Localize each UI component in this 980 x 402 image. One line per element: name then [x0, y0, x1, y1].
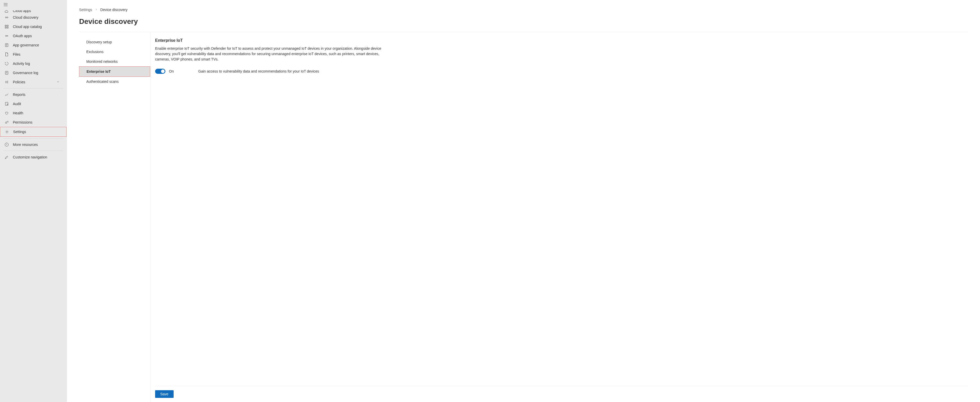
breadcrumb-current: Device discovery: [100, 8, 128, 12]
sidebar-item-label: Cloud app catalog: [13, 25, 42, 29]
sidebar-item-more-resources[interactable]: More resources: [0, 140, 67, 149]
sidebar-item-settings[interactable]: Settings: [0, 127, 66, 136]
svg-point-6: [6, 35, 7, 36]
cloud-discovery-icon: [4, 15, 9, 20]
subnav-item-enterprise-iot[interactable]: Enterprise IoT: [80, 66, 150, 76]
pane-description: Enable enterprise IoT security with Defe…: [155, 46, 394, 62]
pane-heading: Enterprise IoT: [155, 38, 968, 43]
more-resources-icon: [4, 142, 9, 147]
nav-divider: [3, 88, 63, 89]
subnav-item-discovery-setup[interactable]: Discovery setup: [79, 37, 150, 47]
sidebar: Cloud appsCloud discoveryCloud app catal…: [0, 0, 67, 402]
sidebar-item-label: Customize navigation: [13, 155, 47, 159]
oauth-apps-icon: [4, 33, 9, 38]
sidebar-item-cloud-discovery[interactable]: Cloud discovery: [0, 13, 67, 22]
svg-point-0: [5, 17, 7, 18]
cloud-app-catalog-icon: [4, 24, 9, 29]
hamburger-icon: [3, 2, 8, 7]
sidebar-item-cloud-apps[interactable]: Cloud apps: [0, 10, 67, 13]
permissions-icon: [4, 120, 9, 125]
subnav-item-authenticated-scans[interactable]: Authenticated scans: [79, 77, 150, 86]
sidebar-item-label: Cloud apps: [13, 10, 31, 13]
sidebar-item-label: Policies: [13, 80, 25, 84]
svg-rect-8: [5, 71, 8, 74]
svg-rect-2: [5, 25, 6, 26]
sidebar-item-files[interactable]: Files: [0, 50, 67, 59]
subnav-item-exclusions[interactable]: Exclusions: [79, 47, 150, 57]
highlight-settings: Settings: [0, 127, 67, 137]
governance-log-icon: [4, 70, 9, 75]
svg-rect-3: [7, 25, 8, 26]
sidebar-item-customize-navigation[interactable]: Customize navigation: [0, 152, 67, 162]
chevron-right-icon: [95, 8, 98, 12]
settings-subnav: Discovery setupExclusionsMonitored netwo…: [79, 32, 151, 402]
svg-point-9: [8, 81, 8, 82]
sidebar-item-policies[interactable]: Policies: [0, 78, 67, 87]
svg-point-12: [7, 104, 8, 104]
svg-point-1: [7, 17, 8, 18]
pane-footer: Save: [155, 386, 968, 402]
sidebar-item-governance-log[interactable]: Governance log: [0, 68, 67, 78]
audit-icon: [4, 101, 9, 106]
app-governance-icon: [4, 43, 9, 48]
enterprise-iot-toggle[interactable]: [155, 69, 165, 74]
svg-point-13: [5, 122, 7, 123]
breadcrumb-settings[interactable]: Settings: [79, 8, 92, 12]
svg-rect-11: [5, 102, 8, 105]
highlight-enterprise-iot: Enterprise IoT: [79, 66, 150, 77]
sidebar-item-label: Health: [13, 111, 23, 115]
reports-icon: [4, 92, 9, 97]
enterprise-iot-pane: Enterprise IoT Enable enterprise IoT sec…: [151, 32, 968, 402]
sidebar-item-label: More resources: [13, 142, 38, 147]
svg-point-14: [6, 131, 8, 133]
sidebar-item-app-governance[interactable]: App governance: [0, 41, 67, 50]
sidebar-item-label: Governance log: [13, 71, 38, 75]
svg-rect-4: [5, 27, 6, 28]
policies-icon: [4, 79, 9, 85]
sidebar-item-label: App governance: [13, 43, 39, 47]
toggle-help-text: Gain access to vulnerability data and re…: [198, 69, 319, 73]
sidebar-item-label: Activity log: [13, 62, 30, 66]
activity-log-icon: [4, 61, 9, 66]
breadcrumb: Settings Device discovery: [67, 0, 980, 15]
health-icon: [4, 111, 9, 116]
chevron-down-icon: [56, 80, 60, 84]
sidebar-item-label: Settings: [13, 130, 26, 134]
page-title: Device discovery: [67, 15, 980, 32]
sidebar-item-permissions[interactable]: Permissions: [0, 118, 67, 127]
sidebar-item-cloud-app-catalog[interactable]: Cloud app catalog: [0, 22, 67, 31]
save-button[interactable]: Save: [155, 390, 173, 398]
settings-icon: [4, 129, 10, 135]
sidebar-item-label: OAuth apps: [13, 34, 32, 38]
sidebar-item-health[interactable]: Health: [0, 108, 67, 118]
svg-point-10: [8, 82, 8, 83]
hamburger-menu[interactable]: [0, 0, 67, 10]
toggle-state-label: On: [169, 69, 185, 73]
svg-rect-5: [7, 27, 8, 28]
toggle-row: On Gain access to vulnerability data and…: [155, 69, 968, 74]
sidebar-item-label: Audit: [13, 102, 21, 106]
sidebar-item-label: Files: [13, 52, 21, 56]
sidebar-item-reports[interactable]: Reports: [0, 90, 67, 99]
sidebar-item-label: Reports: [13, 93, 25, 97]
sidebar-item-label: Permissions: [13, 120, 32, 124]
subnav-item-monitored-networks[interactable]: Monitored networks: [79, 57, 150, 66]
sidebar-item-oauth-apps[interactable]: OAuth apps: [0, 31, 67, 41]
sidebar-item-activity-log[interactable]: Activity log: [0, 59, 67, 68]
sidebar-item-label: Cloud discovery: [13, 15, 38, 19]
sidebar-item-audit[interactable]: Audit: [0, 99, 67, 108]
files-icon: [4, 52, 9, 57]
cloud-apps-icon: [4, 10, 9, 13]
main-content: Settings Device discovery Device discove…: [67, 0, 980, 402]
customize-navigation-icon: [4, 155, 9, 160]
